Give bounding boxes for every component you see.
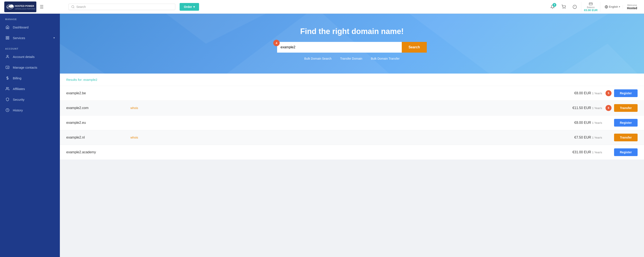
search-icon — [71, 5, 74, 8]
sidebar-item-account-details[interactable]: Account details — [0, 51, 60, 62]
transfer-button[interactable]: Transfer — [614, 134, 638, 141]
sidebar-item-services[interactable]: Services ▾ — [0, 32, 60, 43]
sidebar-item-dashboard[interactable]: Dashboard — [0, 22, 60, 32]
svg-text:HOSTED POWER: HOSTED POWER — [15, 5, 34, 7]
domain-name: example2.nl — [66, 136, 126, 140]
results-header: Results for: example2 — [60, 74, 644, 86]
person-icon — [5, 54, 10, 59]
notifications-button[interactable]: 0 — [548, 2, 557, 12]
whois-link[interactable]: whois — [130, 136, 143, 139]
domain-badge: 6 — [606, 105, 612, 111]
alerts-button[interactable] — [570, 2, 580, 12]
table-row: example2.academy €31.00 EUR 1 Year/s Reg… — [60, 145, 644, 160]
shield-icon — [5, 97, 10, 102]
register-button[interactable]: Register — [614, 89, 638, 97]
house-icon — [5, 25, 10, 30]
sidebar-item-security[interactable]: Security — [0, 94, 60, 105]
manage-section-label: MANAGE — [0, 14, 60, 22]
sidebar-item-manage-contacts[interactable]: Manage contacts — [0, 62, 60, 73]
svg-rect-11 — [589, 2, 592, 5]
security-label: Security — [13, 98, 24, 101]
order-label: Order — [184, 5, 192, 8]
hero-badge: 4 — [273, 40, 280, 46]
alert-icon — [572, 5, 577, 9]
cart-icon — [562, 5, 566, 9]
clock-icon — [5, 108, 10, 112]
history-label: History — [13, 108, 23, 112]
balance-area[interactable]: Balance €0.00 EUR — [581, 2, 600, 12]
register-button[interactable]: Register — [614, 119, 638, 126]
domain-period: 1 Year/s — [592, 151, 602, 154]
affiliates-label: Affiliates — [13, 87, 25, 91]
navbar: HOSTED POWER UNPARALLELED PERFORMANCE ☰ … — [0, 0, 644, 14]
svg-line-5 — [74, 8, 74, 8]
svg-point-22 — [6, 87, 8, 88]
whois-link[interactable]: whois — [130, 106, 143, 110]
results-query: example2 — [84, 78, 97, 82]
account-details-label: Account details — [13, 55, 35, 58]
svg-point-4 — [72, 6, 74, 8]
hero-search-row: 4 Search — [277, 42, 427, 52]
domain-price: €7.50 EUR 1 Year/s — [574, 136, 602, 140]
domain-price: €8.00 EUR 1 Year/s — [574, 121, 602, 125]
domain-badge-5: 5 — [606, 90, 612, 96]
domain-period: 1 Year/s — [592, 136, 602, 139]
dashboard-label: Dashboard — [13, 26, 28, 29]
domain-period: 1 Year/s — [592, 92, 602, 95]
navbar-icons: 0 Balance €0.00 EUR English — [548, 2, 640, 12]
domain-price: €31.00 EUR 1 Year/s — [572, 150, 602, 154]
logo: HOSTED POWER UNPARALLELED PERFORMANCE — [4, 2, 36, 12]
table-row: example2.nl whois €7.50 EUR 1 Year/s Tra… — [60, 130, 644, 145]
sidebar-item-affiliates[interactable]: Affiliates — [0, 84, 60, 94]
domain-period: 1 Year/s — [592, 106, 602, 110]
welcome-area: Welcome Hosted — [624, 4, 640, 10]
svg-rect-16 — [8, 36, 9, 38]
results-section: Results for: example2 example2.be €8.00 … — [60, 74, 644, 160]
notifications-badge: 0 — [552, 3, 556, 7]
manage-contacts-label: Manage contacts — [13, 66, 37, 69]
hero-title: Find the right domain name! — [300, 27, 404, 36]
svg-point-6 — [563, 8, 564, 8]
bulk-domain-search-link[interactable]: Bulk Domain Search — [304, 57, 332, 60]
results-label: Results for: — [66, 78, 82, 82]
domain-search-input[interactable] — [277, 42, 402, 52]
language-chevron-icon: ▾ — [619, 6, 620, 8]
svg-point-7 — [565, 8, 565, 8]
account-section-label: ACCOUNT — [0, 43, 60, 51]
top-search[interactable]: Search — [68, 4, 175, 10]
svg-point-19 — [7, 55, 8, 56]
hero-search-button[interactable]: Search — [402, 42, 427, 52]
transfer-button[interactable]: Transfer — [614, 104, 638, 112]
domain-list: example2.be €8.00 EUR 1 Year/s 5 Registe… — [60, 86, 644, 160]
bulk-domain-transfer-link[interactable]: Bulk Domain Transfer — [371, 57, 400, 60]
logo-area: HOSTED POWER UNPARALLELED PERFORMANCE ☰ — [4, 2, 64, 12]
domain-name: example2.com — [66, 106, 126, 110]
hamburger-icon[interactable]: ☰ — [40, 4, 44, 10]
svg-text:UNPARALLELED PERFORMANCE: UNPARALLELED PERFORMANCE — [15, 8, 35, 10]
language-selector[interactable]: English ▾ — [602, 5, 623, 8]
domain-name: example2.be — [66, 91, 126, 95]
welcome-name: Hosted — [627, 6, 637, 10]
sidebar-item-history[interactable]: History — [0, 105, 60, 116]
domain-price: €11.50 EUR 1 Year/s — [572, 106, 602, 110]
services-label: Services — [13, 36, 25, 40]
register-button[interactable]: Register — [614, 148, 638, 156]
domain-period: 1 Year/s — [592, 121, 602, 124]
hero-links: Bulk Domain Search Transfer Domain Bulk … — [304, 57, 400, 60]
grid-icon — [5, 36, 10, 40]
content-area: Find the right domain name! 4 Search Bul… — [60, 14, 644, 257]
sidebar: MANAGE Dashboard Services ▾ ACCOUNT — [0, 14, 60, 257]
sidebar-item-billing[interactable]: Billing — [0, 73, 60, 84]
balance-icon — [589, 2, 593, 6]
order-button[interactable]: Order ▾ — [180, 3, 199, 11]
svg-rect-15 — [6, 36, 7, 38]
svg-rect-17 — [6, 38, 7, 39]
domain-name: example2.eu — [66, 121, 126, 125]
dollar-icon — [5, 76, 10, 80]
welcome-label: Welcome — [627, 4, 637, 6]
table-row: example2.eu €8.00 EUR 1 Year/s Register — [60, 115, 644, 130]
card-icon — [5, 65, 10, 70]
order-chevron-icon: ▾ — [193, 5, 195, 8]
cart-button[interactable] — [559, 2, 568, 12]
transfer-domain-link[interactable]: Transfer Domain — [340, 57, 362, 60]
